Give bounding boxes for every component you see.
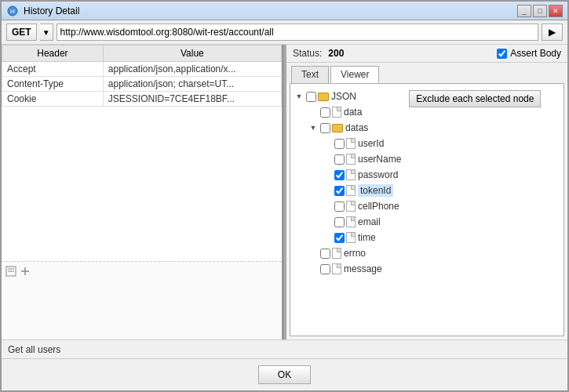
- tree-expander: [322, 201, 333, 212]
- tree-expander: [322, 216, 333, 227]
- col-header-header: Header: [2, 45, 104, 62]
- table-row[interactable]: CookieJSESSIONID=7CE4EF18BF...: [2, 92, 282, 107]
- file-icon: [346, 169, 356, 180]
- close-button[interactable]: ✕: [549, 5, 563, 17]
- node-label: cellPhone: [358, 201, 399, 212]
- header-cell: Accept: [2, 62, 104, 77]
- tree-node-checkbox[interactable]: [334, 233, 345, 243]
- node-label: datas: [345, 122, 368, 133]
- tab-content: ▼JSONdata▼datasuserIduserNamepasswordtok…: [290, 83, 564, 336]
- file-icon: [346, 201, 356, 212]
- value-cell: application/json,application/x...: [103, 62, 281, 77]
- header-cell: Content-Type: [2, 77, 104, 92]
- tree-expander: [308, 107, 319, 118]
- status-label: Status:: [293, 48, 322, 59]
- status-value: 200: [328, 48, 344, 59]
- tab-bar: Text Viewer: [286, 63, 567, 83]
- tree-node-checkbox[interactable]: [334, 170, 345, 180]
- list-item[interactable]: email: [294, 214, 401, 230]
- folder-icon: [318, 93, 329, 101]
- ok-bar: OK: [2, 358, 567, 390]
- url-input[interactable]: [57, 24, 538, 41]
- assert-body-container: Assert Body: [497, 48, 561, 59]
- tree-node-checkbox[interactable]: [334, 186, 345, 196]
- tree-expander: [322, 169, 333, 180]
- maximize-button[interactable]: □: [533, 5, 547, 17]
- file-icon: [346, 232, 356, 243]
- node-label: message: [344, 263, 382, 274]
- node-label: password: [358, 169, 398, 180]
- file-icon: [332, 248, 341, 259]
- node-label: JSON: [331, 91, 356, 102]
- title-bar: H History Detail _ □ ✕: [2, 2, 567, 20]
- tree-expander: [322, 232, 333, 243]
- header-cell: Cookie: [2, 92, 104, 107]
- left-panel: Header Value Acceptapplication/json,appl…: [2, 45, 284, 339]
- node-label: data: [344, 107, 362, 118]
- list-item[interactable]: userName: [294, 151, 401, 167]
- edit-icons: [5, 265, 31, 278]
- file-icon: [346, 185, 356, 196]
- edit-area: [2, 261, 282, 339]
- window-controls: _ □ ✕: [517, 5, 563, 17]
- tree-expander: [308, 263, 319, 274]
- list-item[interactable]: time: [294, 230, 401, 245]
- window-title: History Detail: [24, 5, 79, 16]
- method-dropdown[interactable]: ▼: [40, 24, 53, 41]
- list-item[interactable]: ▼JSON: [294, 89, 401, 104]
- tree-node-checkbox[interactable]: [334, 201, 345, 212]
- list-item[interactable]: userId: [294, 136, 401, 151]
- tree-node-checkbox[interactable]: [334, 139, 345, 149]
- tab-viewer[interactable]: Viewer: [330, 66, 379, 83]
- value-cell: JSESSIONID=7CE4EF18BF...: [103, 92, 281, 107]
- tree-node-checkbox[interactable]: [320, 123, 330, 133]
- node-label: email: [358, 216, 381, 227]
- file-icon: [346, 154, 356, 165]
- ok-button[interactable]: OK: [258, 365, 311, 384]
- send-button[interactable]: ▶: [542, 24, 563, 41]
- main-window: H History Detail _ □ ✕ GET ▼ ▶ Header: [0, 0, 569, 392]
- tree-node-checkbox[interactable]: [306, 92, 316, 102]
- node-label: time: [358, 232, 376, 243]
- list-item[interactable]: ▼datas: [294, 120, 401, 136]
- tree-node-checkbox[interactable]: [334, 154, 345, 165]
- list-item[interactable]: password: [294, 167, 401, 183]
- list-item[interactable]: errno: [294, 245, 401, 261]
- tab-text[interactable]: Text: [291, 66, 329, 83]
- list-item[interactable]: tokenId: [294, 183, 401, 198]
- tree-node-checkbox[interactable]: [334, 217, 345, 227]
- send-icon: ▶: [549, 27, 556, 38]
- tree-expander: [308, 248, 319, 259]
- headers-table: Header Value Acceptapplication/json,appl…: [2, 45, 282, 261]
- table-row[interactable]: Content-Typeapplication/json; charset=UT…: [2, 77, 282, 92]
- exclude-button[interactable]: Exclude each selected node: [409, 90, 541, 107]
- list-item[interactable]: message: [294, 261, 401, 277]
- edit-icon: [5, 265, 17, 278]
- node-label: userId: [358, 138, 384, 149]
- tree-container: ▼JSONdata▼datasuserIduserNamepasswordtok…: [294, 89, 560, 277]
- toolbar: GET ▼ ▶: [2, 20, 567, 44]
- node-label: tokenId: [358, 184, 393, 197]
- title-bar-left: H History Detail: [6, 5, 79, 17]
- assert-body-checkbox[interactable]: [497, 49, 507, 59]
- tree-view: ▼JSONdata▼datasuserIduserNamepasswordtok…: [294, 89, 401, 277]
- file-icon: [332, 107, 341, 118]
- tree-expander: [322, 154, 333, 165]
- node-label: userName: [358, 154, 401, 165]
- node-label: errno: [344, 248, 366, 259]
- minimize-button[interactable]: _: [517, 5, 531, 17]
- assert-body-label[interactable]: Assert Body: [510, 48, 561, 59]
- list-item[interactable]: cellPhone: [294, 198, 401, 214]
- table-row[interactable]: Acceptapplication/json,application/x...: [2, 62, 282, 77]
- file-icon: [346, 216, 356, 227]
- window-icon: H: [6, 5, 19, 17]
- tree-expander[interactable]: ▼: [294, 91, 305, 102]
- tree-expander[interactable]: ▼: [308, 122, 319, 133]
- tree-node-checkbox[interactable]: [320, 107, 330, 118]
- right-panel: Status: 200 Assert Body Text Viewer ▼JSO…: [286, 45, 567, 339]
- list-item[interactable]: data: [294, 104, 401, 120]
- method-button[interactable]: GET: [6, 24, 37, 41]
- tree-node-checkbox[interactable]: [320, 249, 330, 259]
- col-value-header: Value: [103, 45, 281, 62]
- tree-node-checkbox[interactable]: [320, 264, 330, 274]
